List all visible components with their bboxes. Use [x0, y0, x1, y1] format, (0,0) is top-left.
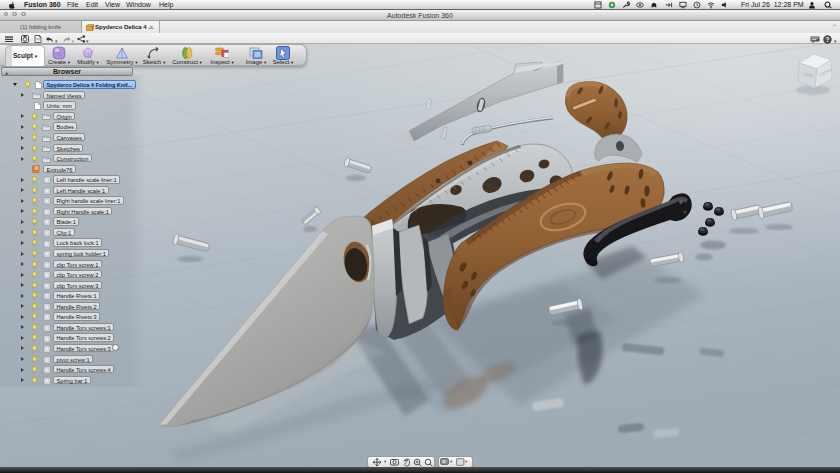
svg-text:?: ?	[826, 36, 830, 43]
